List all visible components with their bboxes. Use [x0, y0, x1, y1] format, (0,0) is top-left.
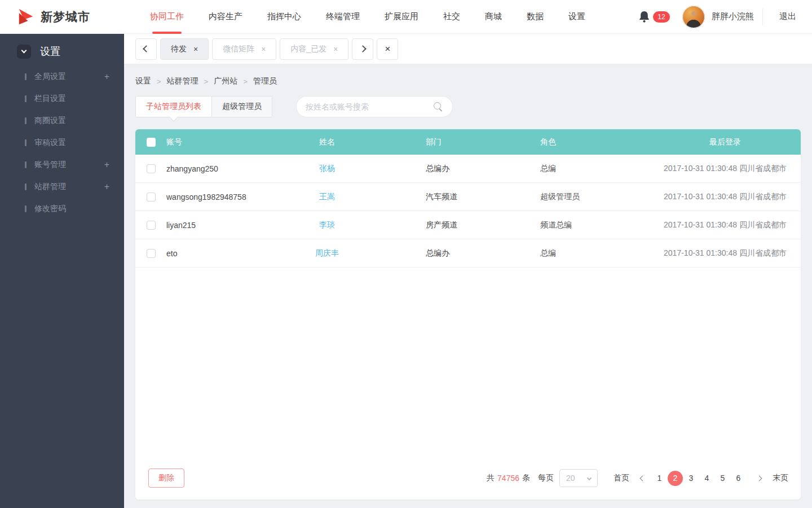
sidebar-item-change-password[interactable]: 修改密码 [0, 198, 124, 220]
bullet-icon [25, 95, 27, 102]
sidebar-collapse-button[interactable] [17, 45, 31, 59]
logout-button[interactable]: 退出 [773, 11, 803, 22]
bell-icon[interactable] [638, 10, 650, 23]
breadcrumb-item-guangzhou[interactable]: 广州站 [214, 76, 237, 86]
search-icon[interactable] [433, 102, 443, 112]
row-checkbox[interactable] [147, 192, 156, 202]
breadcrumb-item-sitegroup[interactable]: 站群管理 [167, 76, 198, 86]
first-page-button[interactable]: 首页 [614, 473, 629, 483]
topbar-right: 12 胖胖小浣熊 退出 [638, 6, 812, 28]
cell-name-link[interactable]: 王嵩 [319, 192, 335, 201]
chevron-down-icon [21, 48, 27, 54]
cell-account: zhangyang250 [160, 164, 273, 173]
topnav-item-command[interactable]: 指挥中心 [255, 0, 314, 34]
page-size-select[interactable]: 20 [559, 469, 598, 487]
page-number-4[interactable]: 4 [699, 471, 714, 486]
sidebar-item-label: 栏目设置 [34, 94, 66, 104]
topnav-item-content[interactable]: 内容生产 [196, 0, 255, 34]
sidebar-item-column-settings[interactable]: 栏目设置 [0, 87, 124, 110]
topnav-item-social[interactable]: 社交 [431, 0, 473, 34]
open-tab-wechat-matrix[interactable]: 微信矩阵 × [212, 38, 276, 60]
open-tab-content-published[interactable]: 内容_已发 × [280, 38, 348, 60]
notification-area[interactable]: 12 [638, 10, 670, 23]
row-checkbox[interactable] [147, 164, 156, 173]
open-tab-pending[interactable]: 待发 × [160, 38, 209, 60]
sidebar-title: 设置 [40, 45, 60, 58]
table-row: wangsong1982948758 王嵩 汽车频道 超级管理员 2017-10… [135, 183, 801, 211]
bullet-icon [25, 205, 27, 212]
pagination: 共 74756 条 每页 20 首页 1 2 3 [487, 469, 788, 487]
topnav-item-terminal[interactable]: 终端管理 [314, 0, 372, 34]
cell-role: 总编 [496, 248, 608, 259]
chevron-right-icon [757, 475, 762, 481]
chevron-left-icon [143, 45, 150, 52]
chevron-down-icon [587, 476, 592, 480]
page-number-5[interactable]: 5 [715, 471, 730, 486]
cell-name-link[interactable]: 周庆丰 [315, 248, 339, 257]
open-tab-label: 内容_已发 [290, 44, 326, 54]
cell-account: wangsong1982948758 [160, 192, 273, 202]
topbar: 新梦城市 协同工作 内容生产 指挥中心 终端管理 扩展应用 社交 商城 数据 设… [0, 0, 812, 34]
table-row: liyan215 李琰 房产频道 频道总编 2017-10-31 01:30:4… [135, 211, 801, 239]
sidebar-item-review-settings[interactable]: 审稿设置 [0, 132, 124, 154]
cell-role: 超级管理员 [496, 192, 608, 202]
cell-name-link[interactable]: 张杨 [319, 164, 335, 173]
per-page-label: 每页 [538, 473, 554, 483]
search-input[interactable] [306, 102, 433, 111]
tabs-close-all-button[interactable]: × [377, 38, 398, 60]
prev-page-button[interactable] [641, 476, 645, 480]
sidebar-item-global-settings[interactable]: 全局设置 + [0, 65, 124, 87]
last-page-button[interactable]: 末页 [773, 473, 788, 483]
sidebar-header: 设置 [17, 44, 124, 59]
sidebar-item-label: 审稿设置 [34, 138, 66, 148]
topbar-divider [762, 8, 763, 25]
admin-table-card: 账号 姓名 部门 角色 最后登录 zhangyang250 张杨 总编办 总编 … [135, 129, 801, 500]
topnav-item-mall[interactable]: 商城 [473, 0, 514, 34]
avatar[interactable] [682, 6, 705, 28]
sidebar-item-label: 账号管理 [34, 160, 66, 170]
tab-super-admin[interactable]: 超级管理员 [212, 96, 272, 117]
close-icon[interactable]: × [261, 45, 266, 54]
row-checkbox[interactable] [147, 249, 156, 258]
sidebar-item-account-management[interactable]: 账号管理 + [0, 154, 124, 176]
page-number-6[interactable]: 6 [731, 471, 746, 486]
close-icon[interactable]: × [193, 45, 198, 54]
total-prefix: 共 [487, 473, 495, 483]
search-box[interactable] [296, 96, 453, 117]
next-page-button[interactable] [757, 476, 761, 480]
row-checkbox[interactable] [147, 221, 156, 230]
tabs-scroll-left-button[interactable] [135, 38, 157, 60]
tabs-scroll-right-button[interactable] [352, 38, 373, 60]
expand-plus-icon[interactable]: + [104, 72, 109, 82]
main-content: 待发 × 微信矩阵 × 内容_已发 × × 设置 > 站群管理 > [124, 34, 812, 508]
sidebar-item-label: 商圈设置 [34, 116, 66, 126]
page-number-1[interactable]: 1 [652, 471, 667, 486]
cell-name-link[interactable]: 李琰 [319, 220, 335, 229]
cell-last-login: 2017-10-31 01:30:48 四川省成都市 [608, 220, 801, 230]
expand-plus-icon[interactable]: + [104, 160, 109, 170]
page-number-3[interactable]: 3 [683, 471, 699, 486]
topnav-item-data[interactable]: 数据 [514, 0, 556, 34]
username: 胖胖小浣熊 [712, 11, 754, 22]
page-number-2[interactable]: 2 [668, 471, 683, 486]
cell-last-login: 2017-10-31 01:30:48 四川省成都市 [608, 164, 801, 174]
delete-button[interactable]: 删除 [148, 468, 184, 488]
breadcrumb-item-settings[interactable]: 设置 [135, 76, 151, 86]
notification-badge[interactable]: 12 [653, 11, 670, 23]
expand-plus-icon[interactable]: + [104, 182, 109, 192]
close-icon[interactable]: × [333, 45, 338, 54]
bullet-icon [25, 161, 27, 168]
tab-subsite-admin-list[interactable]: 子站管理员列表 [135, 96, 212, 117]
sidebar-item-district-settings[interactable]: 商圈设置 [0, 110, 124, 132]
topnav-item-collab[interactable]: 协同工作 [138, 0, 196, 34]
column-header-name: 姓名 [273, 137, 381, 147]
admin-type-tabs: 子站管理员列表 超级管理员 [135, 96, 272, 117]
bullet-icon [25, 139, 27, 146]
cell-last-login: 2017-10-31 01:30:48 四川省成都市 [608, 248, 801, 259]
topnav-item-extensions[interactable]: 扩展应用 [372, 0, 431, 34]
sidebar-item-sitegroup-management[interactable]: 站群管理 + [0, 176, 124, 198]
topnav-item-settings[interactable]: 设置 [556, 0, 598, 34]
open-tab-label: 微信矩阵 [223, 44, 254, 54]
column-header-role: 角色 [496, 137, 608, 147]
select-all-checkbox[interactable] [147, 138, 156, 147]
